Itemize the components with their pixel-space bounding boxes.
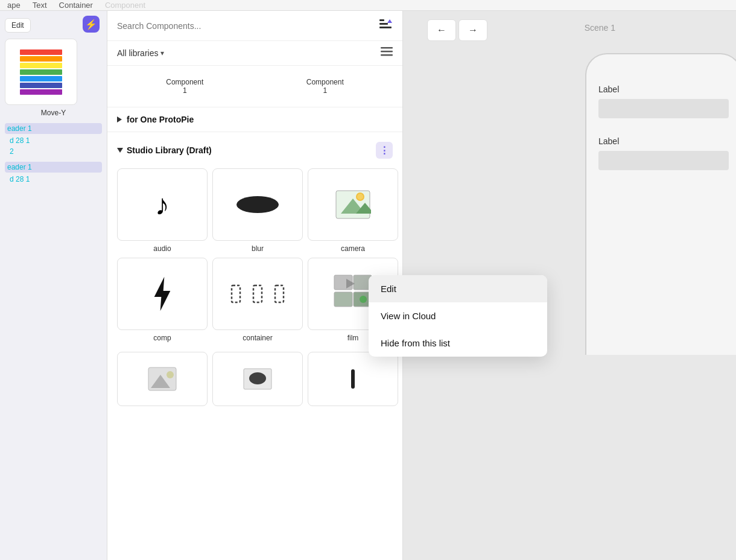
library-selector-label: All libraries [117,48,158,58]
bottom-thumb-3 [308,352,398,406]
film-svg-icon [332,273,374,315]
svg-rect-18 [334,292,352,307]
left-panel: Edit ⚡ Move-Y eader 1 d 28 1 2 eader 1 d… [0,11,107,560]
item-label-film: film [347,334,359,342]
camera-svg-icon [335,189,371,220]
item-card-container[interactable]: container [212,258,303,342]
menu-icon[interactable] [381,47,393,59]
svg-rect-1 [379,23,388,25]
search-bar [107,11,402,41]
context-menu: Edit View in Cloud Hide from this list [369,275,547,357]
sidebar-list-item[interactable]: 2 [5,146,102,157]
blur-oval-icon [236,196,279,213]
img-icon-1 [147,366,177,392]
phone-frame: Label Label [585,53,736,355]
top-bar: ape Text Container Component [0,0,736,11]
svg-point-11 [357,194,363,200]
svg-rect-15 [275,285,284,302]
topbar-item-text[interactable]: Text [33,1,47,10]
proto-section-title: for One ProtoPie [127,115,194,124]
collapse-icon [117,116,122,122]
item-thumb-comp [117,258,208,330]
phone-label-2: Label [598,136,729,146]
edit-button[interactable]: Edit [5,18,31,33]
item-thumb-camera [308,168,398,241]
bottom-item-1[interactable] [117,352,208,406]
topbar-item-container[interactable]: Container [59,1,93,10]
svg-rect-5 [381,51,393,52]
search-input[interactable] [117,21,373,31]
item-label-container: container [243,334,272,342]
svg-rect-6 [381,54,393,56]
svg-rect-13 [232,285,240,302]
component-name-label: Move-Y [5,109,102,117]
component-tile-1[interactable]: Component 1 [117,73,253,100]
studio-section-title: Studio Library (Draft) [127,145,212,155]
bottom-thumb-2 [212,352,303,406]
section-menu-button[interactable]: ⋮ [376,142,393,159]
phone-input-mock-1 [598,99,729,118]
topbar-item-ape[interactable]: ape [7,1,21,10]
bottom-item-3[interactable] [308,352,398,406]
item-label-audio: audio [153,244,171,253]
back-arrow-icon: ← [437,25,446,36]
svg-rect-2 [379,27,392,28]
container-svg-icon [230,282,285,306]
sort-icon[interactable] [378,18,393,33]
items-grid: ♪ audio blur [117,164,393,347]
img-icon-3 [349,368,357,390]
studio-library-section: Studio Library (Draft) ⋮ ♪ audio blur [107,132,402,416]
component-grid: Component 1 Component 1 [117,73,393,100]
expand-icon [117,148,123,153]
item-card-blur[interactable]: blur [212,168,303,253]
item-thumb-container [212,258,303,330]
middle-panel: All libraries ▾ Component 1 Component 1 … [107,11,403,560]
component-thumbnail [5,39,77,105]
svg-marker-12 [154,277,171,311]
topbar-item-component[interactable]: Component [105,1,145,10]
svg-point-21 [360,296,367,303]
sidebar-list-item[interactable]: eader 1 [5,123,102,134]
item-label-comp: comp [153,334,171,342]
component-tile-2[interactable]: Component 1 [258,73,393,100]
item-thumb-blur [212,168,303,241]
chevron-down-icon: ▾ [160,49,164,57]
bottom-item-2[interactable] [212,352,303,406]
library-selector[interactable]: All libraries ▾ [107,41,402,66]
sidebar-list: eader 1 d 28 1 2 eader 1 d 28 1 [5,123,102,185]
svg-marker-3 [387,19,392,23]
item-card-camera[interactable]: camera [308,168,398,253]
sidebar-list-item[interactable]: d 28 1 [5,135,102,146]
lightning-badge: ⚡ [83,16,100,33]
svg-rect-27 [351,369,355,389]
bottom-thumb-1 [117,352,208,406]
proto-section: for One ProtoPie [107,107,402,132]
studio-library-header: Studio Library (Draft) ⋮ [117,137,393,164]
music-note-icon: ♪ [155,188,170,221]
nav-back-button[interactable]: ← [427,19,456,41]
bottom-items-row [117,347,393,411]
rainbow-stripes [20,49,62,95]
sidebar-list-item[interactable]: d 28 1 [5,174,102,185]
img-icon-2 [243,368,273,390]
edit-button-area: Edit ⚡ [5,18,102,33]
item-card-comp[interactable]: comp [117,258,208,342]
forward-arrow-icon: → [468,25,478,36]
context-menu-item-view-cloud[interactable]: View in Cloud [369,302,547,329]
item-label-camera: camera [341,244,365,253]
context-menu-item-hide[interactable]: Hide from this list [369,329,547,357]
proto-header[interactable]: for One ProtoPie [117,110,393,129]
item-thumb-audio: ♪ [117,168,208,241]
svg-point-24 [167,371,174,378]
phone-area: Label Label [555,53,736,560]
lightning-svg-icon [147,276,178,312]
item-label-blur: blur [252,244,264,253]
nav-buttons: ← → [427,19,487,41]
item-card-audio[interactable]: ♪ audio [117,168,208,253]
context-menu-item-edit[interactable]: Edit [369,275,547,302]
phone-label-1: Label [598,84,729,94]
sidebar-list-item[interactable]: eader 1 [5,162,102,173]
svg-rect-14 [253,285,262,302]
scene-label: Scene 1 [585,23,615,33]
nav-forward-button[interactable]: → [458,19,487,41]
